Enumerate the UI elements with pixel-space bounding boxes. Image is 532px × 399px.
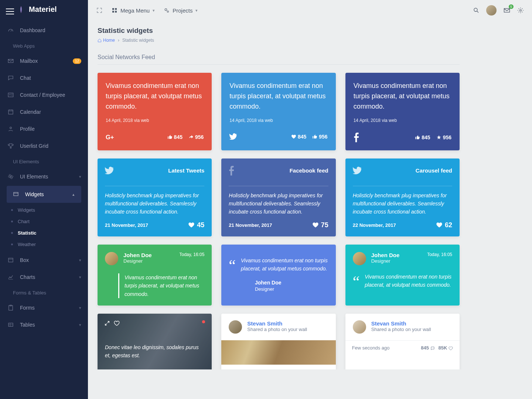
svg-point-18 <box>167 11 169 12</box>
retweets[interactable]: 956 <box>312 134 327 140</box>
chat-icon <box>7 75 14 81</box>
twitter-card: Vivamus condimentum erat non turpis plac… <box>221 73 335 150</box>
name[interactable]: Stevan Smith <box>247 320 307 327</box>
sidebar-item-box[interactable]: Box ▾ <box>0 252 88 269</box>
brand-text: Materiel <box>29 5 57 14</box>
widgets-submenu: Widgets Chart Statistic Weather <box>0 204 88 252</box>
text: Holisticly benchmark plug imperatives fo… <box>353 186 452 216</box>
svg-point-17 <box>165 8 167 10</box>
section-social-heading: Social Networks Feed <box>98 54 460 65</box>
likes[interactable]: 845 <box>415 134 430 140</box>
hamburger-icon[interactable] <box>6 7 14 16</box>
latest-tweets-card: Latest Tweets Holisticly benchmark plug … <box>98 158 212 236</box>
table-icon <box>7 321 14 328</box>
label: UI Elements <box>20 174 48 180</box>
mega-menu-button[interactable]: Mega Menu ▾ <box>112 7 155 14</box>
label: Projects <box>173 7 192 14</box>
sidebar-item-ui-elements[interactable]: UI Elements ▾ <box>0 168 88 185</box>
sidebar-item-forms[interactable]: Forms ▾ <box>0 299 88 316</box>
section-ui-elements: UI Elements <box>0 154 88 168</box>
sidebar-item-calendar[interactable]: Calendar <box>0 103 88 120</box>
timestamp: Today, 16:05 <box>180 252 205 265</box>
separator: › <box>118 38 119 43</box>
svg-text:G+: G+ <box>106 134 114 140</box>
expand-icon[interactable] <box>104 320 110 326</box>
heart-count[interactable]: 75 <box>312 221 328 229</box>
avatar <box>353 320 366 334</box>
caption: Donec vitae leo dignissim, sodales purus… <box>105 343 201 360</box>
heart-count[interactable]: 45 <box>188 221 204 229</box>
quote: Vivamus condimentum erat non turpis plac… <box>118 273 204 298</box>
sidebar-item-userlist[interactable]: Userlist Grid <box>0 137 88 154</box>
quote-icon: “ <box>229 262 236 299</box>
heart-icon[interactable] <box>114 320 120 326</box>
heart-count[interactable]: 62 <box>436 221 452 229</box>
twitter-icon <box>229 133 238 141</box>
grid-icon <box>112 7 117 13</box>
sidebar-item-charts[interactable]: Charts ▾ <box>0 269 88 286</box>
sidebar-item-widgets[interactable]: Widgets ▴ <box>7 186 81 203</box>
label: Profile <box>20 126 35 132</box>
sidebar-item-profile[interactable]: Profile <box>0 120 88 137</box>
sidebar-item-mailbox[interactable]: Mailbox 12 <box>0 52 88 69</box>
wall-post-card-2: Stevan Smith Shared a photo on your wall… <box>345 314 460 369</box>
title: Facebook feed <box>290 167 328 174</box>
fullscreen-icon[interactable] <box>96 7 103 14</box>
chevron-down-icon: ▾ <box>79 306 81 310</box>
likes[interactable]: 845 <box>167 134 183 140</box>
sidebar-item-tables[interactable]: Tables ▾ <box>0 316 88 333</box>
card-date: 14 April, 2018 via web <box>106 118 204 123</box>
chevron-down-icon: ▾ <box>79 275 81 280</box>
sub: Shared a photo on your wall <box>247 327 307 332</box>
sub-chart[interactable]: Chart <box>0 216 88 227</box>
name[interactable]: Stevan Smith <box>371 320 431 327</box>
crumb-current: Statistic widgets <box>122 38 154 43</box>
text: Holisticly benchmark plug imperatives fo… <box>105 186 204 216</box>
svg-point-5 <box>10 176 11 177</box>
sidebar-item-contact[interactable]: Contact / Employee <box>0 86 88 103</box>
shares[interactable]: 956 <box>188 134 204 140</box>
id-icon <box>7 92 14 98</box>
role: Designer <box>123 258 152 264</box>
clipboard-icon <box>7 304 14 311</box>
chevron-up-icon: ▴ <box>72 192 75 197</box>
projects-button[interactable]: Projects ▾ <box>164 7 198 14</box>
label: Contact / Employee <box>20 92 65 98</box>
svg-rect-8 <box>14 192 18 196</box>
main-content: Statistic widgets Home › Statistic widge… <box>88 0 469 369</box>
twitter-icon <box>105 166 115 175</box>
stars[interactable]: 956 <box>436 134 451 140</box>
time-ago: Few seconds ago <box>352 345 390 351</box>
sidebar-item-chat[interactable]: Chat <box>0 69 88 86</box>
likes[interactable]: 845 <box>291 134 306 140</box>
title: Carousel feed <box>416 167 452 174</box>
sidebar-item-dashboard[interactable]: Dashboard <box>0 22 88 39</box>
count-2[interactable]: 85K <box>439 345 453 351</box>
twitter-icon <box>353 166 362 175</box>
atom-icon <box>7 173 14 180</box>
chevron-down-icon: ▾ <box>195 8 198 13</box>
date: 22 November, 2017 <box>353 222 396 228</box>
quote-icon: “ <box>353 279 360 297</box>
label: Dashboard <box>20 27 45 33</box>
quote: Vivamus condimentum erat non turpis plac… <box>241 255 328 273</box>
name: Johen Doe <box>371 252 400 258</box>
section-forms-tables: Forms & Tables <box>0 286 88 299</box>
facebook-icon <box>354 133 359 142</box>
sub-weather[interactable]: Weather <box>0 239 88 250</box>
sub-statistic[interactable]: Statistic <box>0 227 88 239</box>
avatar <box>105 252 118 265</box>
label: Calendar <box>20 109 41 115</box>
label: Charts <box>20 274 35 280</box>
mailbox-badge: 12 <box>73 58 81 64</box>
section-webapps: Web Apps <box>0 39 88 52</box>
heart-icon <box>449 346 453 351</box>
sub-widgets[interactable]: Widgets <box>0 204 88 216</box>
svg-rect-15 <box>112 11 114 13</box>
chart-icon <box>7 274 14 280</box>
count-1[interactable]: 845 <box>421 345 434 351</box>
crumb-home[interactable]: Home <box>98 38 115 43</box>
shared-photo[interactable] <box>221 340 335 365</box>
svg-point-2 <box>9 94 10 95</box>
calendar-icon <box>7 109 14 115</box>
